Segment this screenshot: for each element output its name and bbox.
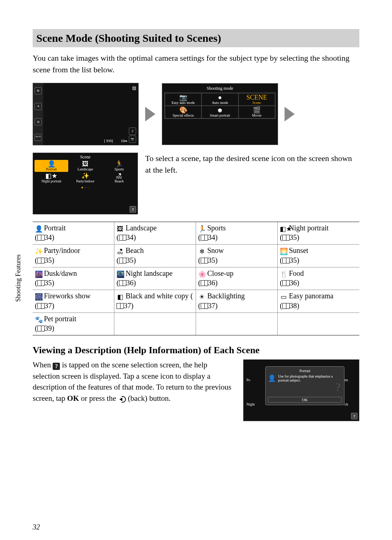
table-cell-fireworks-show: 🎆 Fireworks show(37) xyxy=(33,290,114,313)
help-icon[interactable]: ? xyxy=(130,206,136,213)
lcd-scene-select: Scene 👤Portrait🖼Landscape🏃Sports◧★Night … xyxy=(33,153,138,214)
back-icon xyxy=(118,395,126,402)
table-cell-food: 🍴 Food(36) xyxy=(278,267,359,290)
table-cell-night-landscape: 🌃 Night landscape(36) xyxy=(114,267,196,290)
mode-special-effects[interactable]: 🎨Special effects xyxy=(165,106,201,118)
table-cell-dusk-dawn: 🌆 Dusk/dawn(35) xyxy=(33,267,114,290)
scene-party-indoor[interactable]: ✨Party/indoor xyxy=(68,172,102,184)
table-cell-night-portrait: ◧★ Night portrait(35) xyxy=(278,222,359,245)
table-cell-portrait: 👤 Portrait(34) xyxy=(33,222,114,245)
side-tab-label: Shooting Features xyxy=(15,254,22,302)
help-icon: ? xyxy=(53,363,60,370)
intro-text: You can take images with the optimal cam… xyxy=(33,52,359,76)
arrow-icon xyxy=(285,107,295,121)
camera-icon[interactable]: 📷 xyxy=(129,136,136,143)
screens-row-1: ⧉☀◎ᴬᵁᵀᴼ ▤ ▯ 16ᴍ [ 930] 📷 Shooting mode 📷… xyxy=(33,83,359,145)
scene-sports[interactable]: 🏃Sports xyxy=(102,160,136,172)
scene-night-portrait[interactable]: ◧★Night portrait xyxy=(34,172,68,184)
arrow-icon xyxy=(145,107,155,121)
table-cell-party-indoor: ✨ Party/indoor(35) xyxy=(33,245,114,267)
scene-beach[interactable]: 🏖Beach xyxy=(102,172,136,184)
mode-auto-mode[interactable]: ●Auto mode xyxy=(201,93,238,106)
mode-smart-portrait[interactable]: ☻Smart portrait xyxy=(201,106,238,118)
table-cell-close-up: 🌸 Close-up(36) xyxy=(196,267,278,290)
table-cell-easy-panorama: ▭ Easy panorama(38) xyxy=(278,290,359,313)
table-cell-snow: ❄ Snow(35) xyxy=(196,245,278,267)
page-number: 32 xyxy=(33,523,40,531)
table-cell-sports: 🏃 Sports(34) xyxy=(196,222,278,245)
mode-easy-auto-mode[interactable]: 📷Easy auto mode xyxy=(165,93,201,106)
scene-landscape[interactable]: 🖼Landscape xyxy=(68,160,102,172)
table-cell-backlighting: ☀ Backlighting(37) xyxy=(196,290,278,313)
subheading: Viewing a Description (Help Information)… xyxy=(33,345,359,356)
scene-portrait[interactable]: 👤Portrait xyxy=(34,160,68,172)
lcd-help-popup: Po rts Night ch Portrait 👤Use for photog… xyxy=(243,359,359,421)
scene-table: 👤 Portrait(34)🖼 Landscape(34)🏃 Sports(34… xyxy=(33,222,359,336)
mode-scene[interactable]: SCENEScene xyxy=(238,93,275,106)
table-cell-sunset: 🌅 Sunset(35) xyxy=(278,245,359,267)
help-icon[interactable]: ? xyxy=(351,413,358,419)
select-instruction: To select a scene, tap the desired scene… xyxy=(145,153,359,176)
table-cell-black-and-white-copy: ◧ Black and white copy (37) xyxy=(114,290,196,313)
page-heading: Scene Mode (Shooting Suited to Scenes) xyxy=(33,29,359,47)
lcd-shooting-mode: Shooting mode 📷Easy auto mode●Auto modeS… xyxy=(162,83,278,145)
ok-button[interactable]: OK xyxy=(268,397,342,403)
help-description: When ? is tapped on the scene selection … xyxy=(33,359,234,404)
mode-movie[interactable]: 🎬Movie xyxy=(238,106,275,118)
table-cell-landscape: 🖼 Landscape(34) xyxy=(114,222,196,245)
table-cell-beach: 🏖 Beach(35) xyxy=(114,245,196,267)
table-cell-pet-portrait: 🐾 Pet portrait(39) xyxy=(33,313,114,335)
lcd-viewfinder: ⧉☀◎ᴬᵁᵀᴼ ▤ ▯ 16ᴍ [ 930] 📷 xyxy=(33,83,139,145)
